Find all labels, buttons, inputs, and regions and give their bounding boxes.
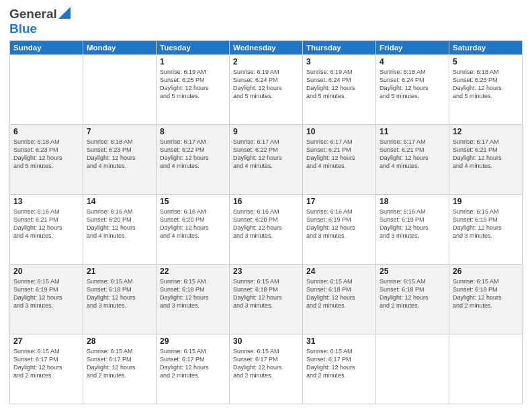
day-cell: 3Sunrise: 6:19 AM Sunset: 6:24 PM Daylig…	[303, 55, 376, 125]
day-number: 2	[233, 57, 299, 66]
day-cell: 12Sunrise: 6:17 AM Sunset: 6:21 PM Dayli…	[449, 125, 523, 195]
weekday-header-saturday: Saturday	[449, 41, 523, 55]
day-number: 4	[380, 57, 445, 66]
day-cell: 27Sunrise: 6:15 AM Sunset: 6:17 PM Dayli…	[10, 334, 83, 404]
logo-blue-text: Blue	[9, 21, 37, 36]
day-cell: 18Sunrise: 6:16 AM Sunset: 6:19 PM Dayli…	[376, 195, 449, 265]
day-number: 16	[233, 197, 299, 206]
header: General Blue	[9, 7, 523, 36]
day-info: Sunrise: 6:18 AM Sunset: 6:24 PM Dayligh…	[380, 68, 445, 101]
day-cell: 9Sunrise: 6:17 AM Sunset: 6:22 PM Daylig…	[230, 125, 303, 195]
day-cell: 17Sunrise: 6:16 AM Sunset: 6:19 PM Dayli…	[303, 195, 376, 265]
day-cell: 31Sunrise: 6:15 AM Sunset: 6:17 PM Dayli…	[303, 334, 376, 404]
weekday-header-wednesday: Wednesday	[230, 41, 303, 55]
day-info: Sunrise: 6:19 AM Sunset: 6:24 PM Dayligh…	[233, 68, 299, 101]
day-info: Sunrise: 6:18 AM Sunset: 6:23 PM Dayligh…	[453, 68, 519, 101]
day-cell: 6Sunrise: 6:18 AM Sunset: 6:23 PM Daylig…	[10, 125, 83, 195]
day-number: 27	[13, 336, 79, 346]
day-cell: 23Sunrise: 6:15 AM Sunset: 6:18 PM Dayli…	[230, 265, 303, 334]
day-info: Sunrise: 6:17 AM Sunset: 6:21 PM Dayligh…	[380, 138, 445, 171]
day-info: Sunrise: 6:17 AM Sunset: 6:21 PM Dayligh…	[453, 138, 519, 171]
day-cell	[10, 55, 83, 125]
day-cell: 20Sunrise: 6:15 AM Sunset: 6:19 PM Dayli…	[10, 265, 83, 334]
day-number: 19	[453, 197, 519, 206]
weekday-header-tuesday: Tuesday	[157, 41, 230, 55]
day-number: 12	[453, 127, 519, 136]
day-info: Sunrise: 6:15 AM Sunset: 6:18 PM Dayligh…	[380, 277, 445, 310]
day-cell: 19Sunrise: 6:15 AM Sunset: 6:19 PM Dayli…	[449, 195, 523, 265]
day-cell: 25Sunrise: 6:15 AM Sunset: 6:18 PM Dayli…	[376, 265, 449, 334]
day-number: 26	[453, 267, 519, 276]
day-number: 3	[306, 57, 372, 66]
logo-text: General	[9, 7, 57, 21]
day-number: 9	[233, 127, 299, 136]
day-cell: 22Sunrise: 6:15 AM Sunset: 6:18 PM Dayli…	[157, 265, 230, 334]
day-info: Sunrise: 6:17 AM Sunset: 6:22 PM Dayligh…	[233, 138, 299, 171]
day-info: Sunrise: 6:16 AM Sunset: 6:20 PM Dayligh…	[233, 208, 299, 240]
day-number: 28	[87, 336, 152, 346]
day-number: 14	[87, 197, 152, 206]
weekday-header-friday: Friday	[376, 41, 449, 55]
day-number: 1	[160, 57, 226, 66]
day-cell: 28Sunrise: 6:15 AM Sunset: 6:17 PM Dayli…	[83, 334, 157, 404]
logo-triangle-icon	[58, 7, 71, 21]
day-info: Sunrise: 6:17 AM Sunset: 6:21 PM Dayligh…	[306, 138, 372, 171]
day-cell: 8Sunrise: 6:17 AM Sunset: 6:22 PM Daylig…	[157, 125, 230, 195]
day-cell: 24Sunrise: 6:15 AM Sunset: 6:18 PM Dayli…	[303, 265, 376, 334]
day-cell: 21Sunrise: 6:15 AM Sunset: 6:18 PM Dayli…	[83, 265, 157, 334]
day-cell: 14Sunrise: 6:16 AM Sunset: 6:20 PM Dayli…	[83, 195, 157, 265]
day-info: Sunrise: 6:17 AM Sunset: 6:22 PM Dayligh…	[160, 138, 226, 171]
calendar-page: General Blue SundayMondayTuesdayWednesda…	[0, 0, 532, 411]
day-info: Sunrise: 6:16 AM Sunset: 6:20 PM Dayligh…	[87, 208, 152, 240]
day-number: 23	[233, 267, 299, 276]
day-info: Sunrise: 6:15 AM Sunset: 6:18 PM Dayligh…	[87, 277, 152, 310]
day-cell	[83, 55, 157, 125]
logo: General Blue	[9, 7, 71, 36]
day-info: Sunrise: 6:15 AM Sunset: 6:17 PM Dayligh…	[13, 347, 79, 380]
day-info: Sunrise: 6:19 AM Sunset: 6:25 PM Dayligh…	[160, 68, 226, 101]
day-info: Sunrise: 6:16 AM Sunset: 6:19 PM Dayligh…	[306, 208, 372, 240]
week-row-4: 20Sunrise: 6:15 AM Sunset: 6:19 PM Dayli…	[10, 265, 523, 334]
day-info: Sunrise: 6:16 AM Sunset: 6:19 PM Dayligh…	[380, 208, 445, 240]
day-number: 29	[160, 336, 226, 346]
day-info: Sunrise: 6:15 AM Sunset: 6:17 PM Dayligh…	[306, 347, 372, 380]
day-cell: 10Sunrise: 6:17 AM Sunset: 6:21 PM Dayli…	[303, 125, 376, 195]
day-number: 25	[380, 267, 445, 276]
day-number: 21	[87, 267, 152, 276]
day-cell: 5Sunrise: 6:18 AM Sunset: 6:23 PM Daylig…	[449, 55, 523, 125]
weekday-header-row: SundayMondayTuesdayWednesdayThursdayFrid…	[10, 41, 523, 55]
day-cell: 15Sunrise: 6:16 AM Sunset: 6:20 PM Dayli…	[157, 195, 230, 265]
day-number: 7	[87, 127, 152, 136]
day-info: Sunrise: 6:16 AM Sunset: 6:21 PM Dayligh…	[13, 208, 79, 240]
day-number: 6	[13, 127, 79, 136]
day-cell: 16Sunrise: 6:16 AM Sunset: 6:20 PM Dayli…	[230, 195, 303, 265]
day-number: 10	[306, 127, 372, 136]
day-number: 17	[306, 197, 372, 206]
day-cell: 1Sunrise: 6:19 AM Sunset: 6:25 PM Daylig…	[157, 55, 230, 125]
day-cell	[449, 334, 523, 404]
day-cell: 7Sunrise: 6:18 AM Sunset: 6:23 PM Daylig…	[83, 125, 157, 195]
day-info: Sunrise: 6:18 AM Sunset: 6:23 PM Dayligh…	[87, 138, 152, 171]
day-info: Sunrise: 6:15 AM Sunset: 6:18 PM Dayligh…	[160, 277, 226, 310]
day-cell: 13Sunrise: 6:16 AM Sunset: 6:21 PM Dayli…	[10, 195, 83, 265]
week-row-1: 1Sunrise: 6:19 AM Sunset: 6:25 PM Daylig…	[10, 55, 523, 125]
day-number: 5	[453, 57, 519, 66]
day-number: 18	[380, 197, 445, 206]
weekday-header-monday: Monday	[83, 41, 157, 55]
day-cell: 11Sunrise: 6:17 AM Sunset: 6:21 PM Dayli…	[376, 125, 449, 195]
week-row-2: 6Sunrise: 6:18 AM Sunset: 6:23 PM Daylig…	[10, 125, 523, 195]
day-info: Sunrise: 6:15 AM Sunset: 6:18 PM Dayligh…	[306, 277, 372, 310]
day-cell: 4Sunrise: 6:18 AM Sunset: 6:24 PM Daylig…	[376, 55, 449, 125]
day-info: Sunrise: 6:15 AM Sunset: 6:19 PM Dayligh…	[453, 208, 519, 240]
week-row-5: 27Sunrise: 6:15 AM Sunset: 6:17 PM Dayli…	[10, 334, 523, 404]
weekday-header-sunday: Sunday	[10, 41, 83, 55]
weekday-header-thursday: Thursday	[303, 41, 376, 55]
day-info: Sunrise: 6:15 AM Sunset: 6:18 PM Dayligh…	[233, 277, 299, 310]
day-number: 11	[380, 127, 445, 136]
day-cell: 26Sunrise: 6:15 AM Sunset: 6:18 PM Dayli…	[449, 265, 523, 334]
day-number: 22	[160, 267, 226, 276]
day-info: Sunrise: 6:15 AM Sunset: 6:19 PM Dayligh…	[13, 277, 79, 310]
week-row-3: 13Sunrise: 6:16 AM Sunset: 6:21 PM Dayli…	[10, 195, 523, 265]
day-info: Sunrise: 6:15 AM Sunset: 6:18 PM Dayligh…	[453, 277, 519, 310]
svg-marker-0	[58, 7, 71, 19]
